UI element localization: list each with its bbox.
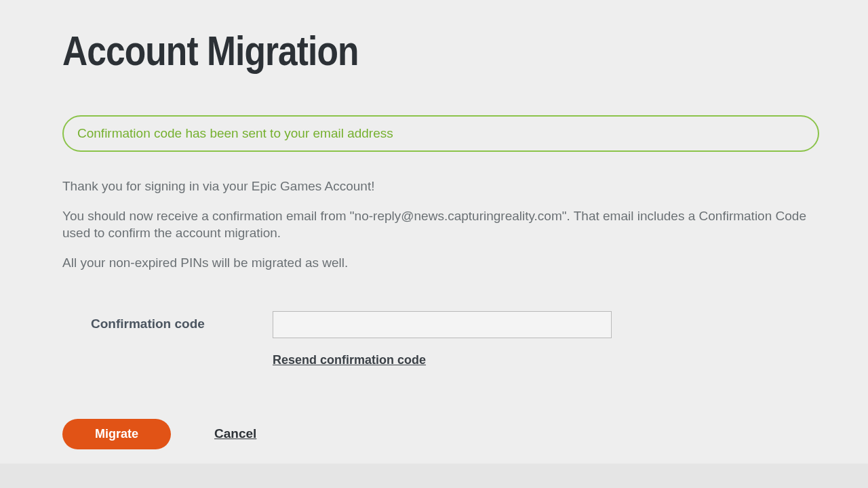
intro-paragraph-3: All your non-expired PINs will be migrat… [62, 254, 819, 272]
confirmation-row: Confirmation code Resend confirmation co… [62, 311, 819, 367]
confirmation-field-wrap: Resend confirmation code [273, 311, 612, 367]
confirmation-code-label: Confirmation code [62, 311, 273, 331]
footer-strip [0, 464, 868, 488]
success-banner: Confirmation code has been sent to your … [62, 115, 819, 152]
intro-paragraph-1: Thank you for signing in via your Epic G… [62, 178, 819, 195]
action-row: Migrate Cancel [62, 419, 819, 449]
confirmation-code-input[interactable] [273, 311, 612, 338]
migrate-button[interactable]: Migrate [62, 419, 171, 449]
cancel-link[interactable]: Cancel [214, 426, 256, 441]
page-title: Account Migration [62, 30, 759, 72]
resend-confirmation-link[interactable]: Resend confirmation code [273, 353, 426, 367]
intro-paragraph-2: You should now receive a confirmation em… [62, 207, 819, 242]
